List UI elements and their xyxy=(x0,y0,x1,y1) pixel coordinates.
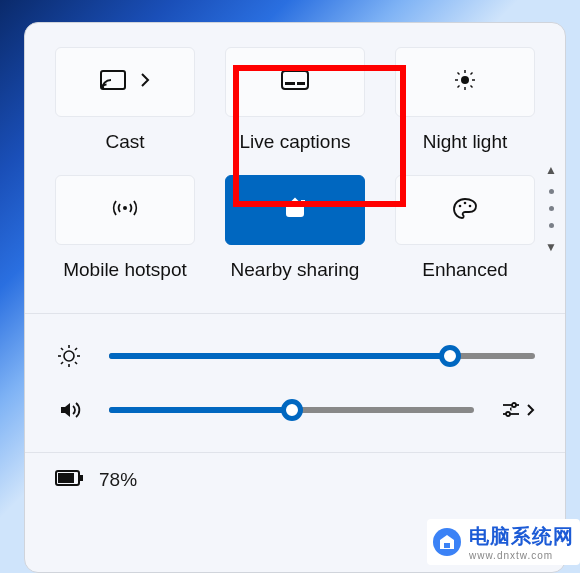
live-captions-tile[interactable] xyxy=(225,47,365,117)
svg-rect-4 xyxy=(297,82,305,85)
svg-rect-0 xyxy=(101,71,125,89)
tile-wrap-nearby-sharing: Nearby sharing xyxy=(225,175,365,281)
brightness-row xyxy=(55,344,535,368)
enhanced-tile[interactable] xyxy=(395,175,535,245)
quick-settings-panel: Cast Live captions xyxy=(24,22,566,573)
svg-point-30 xyxy=(506,412,510,416)
svg-rect-34 xyxy=(444,543,450,548)
mobile-hotspot-label: Mobile hotspot xyxy=(63,259,187,281)
nearby-sharing-label: Nearby sharing xyxy=(231,259,360,281)
brightness-slider[interactable] xyxy=(109,353,535,359)
bottom-divider xyxy=(25,452,565,453)
svg-rect-2 xyxy=(282,71,308,89)
cast-label: Cast xyxy=(105,131,144,153)
night-light-icon xyxy=(453,68,477,96)
svg-line-11 xyxy=(471,86,473,88)
page-indicator: ▲ ▼ xyxy=(545,163,557,254)
cast-icon xyxy=(100,70,126,94)
night-light-tile[interactable] xyxy=(395,47,535,117)
battery-status[interactable]: 78% xyxy=(55,469,535,491)
mobile-hotspot-tile[interactable] xyxy=(55,175,195,245)
palette-icon xyxy=(452,197,478,223)
watermark-title: 电脑系统网 xyxy=(469,523,574,550)
svg-point-17 xyxy=(469,205,472,208)
watermark: 电脑系统网 www.dnxtw.com xyxy=(427,519,580,565)
watermark-url: www.dnxtw.com xyxy=(469,550,574,561)
brightness-icon xyxy=(55,344,83,368)
battery-percent: 78% xyxy=(99,469,137,491)
captions-icon xyxy=(281,70,309,94)
chevron-right-icon xyxy=(140,72,150,92)
svg-line-10 xyxy=(458,73,460,75)
svg-point-15 xyxy=(459,205,462,208)
cast-tile[interactable] xyxy=(55,47,195,117)
svg-point-14 xyxy=(123,206,127,210)
svg-line-24 xyxy=(75,362,77,364)
svg-point-18 xyxy=(64,351,74,361)
svg-line-25 xyxy=(61,362,63,364)
tile-wrap-cast: Cast xyxy=(55,47,195,153)
volume-row xyxy=(55,398,535,422)
volume-icon xyxy=(55,398,83,422)
night-light-label: Night light xyxy=(423,131,508,153)
svg-line-13 xyxy=(471,73,473,75)
scroll-down-icon[interactable]: ▼ xyxy=(545,240,557,254)
share-icon xyxy=(283,196,307,224)
svg-point-28 xyxy=(512,403,516,407)
hotspot-icon xyxy=(112,197,138,223)
scroll-up-icon[interactable]: ▲ xyxy=(545,163,557,177)
tile-wrap-mobile-hotspot: Mobile hotspot xyxy=(55,175,195,281)
nearby-sharing-tile[interactable] xyxy=(225,175,365,245)
watermark-logo-icon xyxy=(433,528,461,556)
tiles-grid: Cast Live captions xyxy=(55,47,535,281)
volume-slider[interactable] xyxy=(109,407,474,413)
svg-point-5 xyxy=(461,76,469,84)
svg-rect-33 xyxy=(58,473,74,483)
divider xyxy=(25,313,565,314)
svg-point-16 xyxy=(464,202,467,205)
live-captions-label: Live captions xyxy=(240,131,351,153)
enhanced-label: Enhanced xyxy=(422,259,508,281)
svg-rect-32 xyxy=(80,475,83,481)
volume-mixer-button[interactable] xyxy=(500,399,535,421)
tile-wrap-night-light: Night light xyxy=(395,47,535,153)
svg-point-1 xyxy=(102,87,104,89)
svg-line-26 xyxy=(75,348,77,350)
tile-wrap-live-captions: Live captions xyxy=(225,47,365,153)
svg-rect-3 xyxy=(285,82,295,85)
tile-wrap-enhanced: Enhanced xyxy=(395,175,535,281)
svg-line-12 xyxy=(458,86,460,88)
battery-icon xyxy=(55,469,83,491)
svg-line-23 xyxy=(61,348,63,350)
